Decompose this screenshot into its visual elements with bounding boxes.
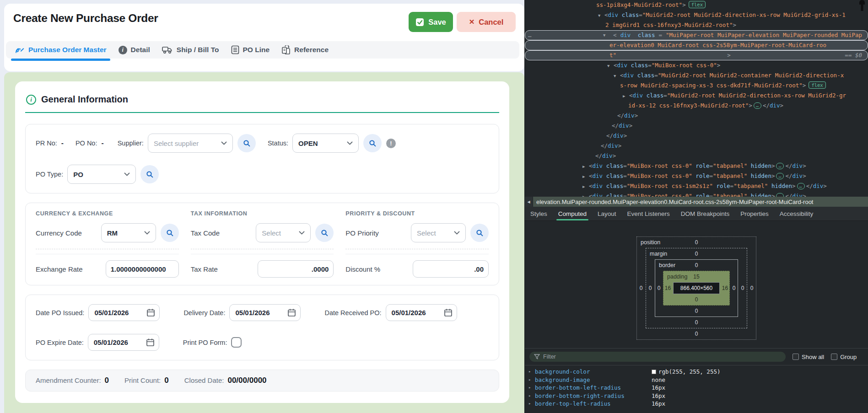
search-icon: [166, 229, 174, 237]
print-count-value: 0: [164, 376, 168, 385]
tree-line[interactable]: <div class="MuiGrid2-root MuiGrid2-direc…: [525, 91, 868, 101]
tree-line[interactable]: <div class="MuiBox-root css-0" role="tab…: [525, 191, 868, 197]
show-all-label: Show all: [802, 354, 824, 360]
chevron-down-icon: [347, 141, 353, 145]
tree-line[interactable]: <div class="MuiGrid2-root MuiGrid2-conta…: [525, 70, 868, 80]
expand-button[interactable]: [776, 173, 784, 179]
delivery-date-input[interactable]: 05/01/2026: [229, 304, 301, 321]
search-icon: [320, 229, 329, 237]
date-value: 05/01/2026: [235, 309, 270, 316]
po-expire-date-input[interactable]: 05/01/2026: [88, 334, 159, 351]
box-model-margin[interactable]: margin0 0 border0 0 padding15: [646, 248, 747, 328]
supplier-label: Supplier:: [118, 139, 144, 147]
tree-line[interactable]: t"> == $0: [525, 50, 868, 60]
property-row[interactable]: border-bottom-left-radius 16px: [525, 384, 868, 392]
property-row[interactable]: background-color rgb(255, 255, 255): [525, 368, 868, 376]
discount-input[interactable]: .00: [413, 260, 489, 278]
tab-accessibility[interactable]: Accessibility: [774, 207, 819, 220]
form-body-panel: General Information PR No: - PO No: - Su…: [4, 72, 524, 413]
property-row[interactable]: background-image none: [525, 376, 868, 384]
flex-badge[interactable]: flex: [809, 81, 825, 89]
box-model-border[interactable]: border0 0 padding15 16 866.400×560 16: [655, 259, 738, 317]
tree-line[interactable]: </div>: [525, 131, 868, 141]
tax-rate-input[interactable]: .0000: [258, 260, 334, 278]
property-row[interactable]: border-top-left-radius 16px: [525, 400, 868, 408]
tree-line[interactable]: <div class="MuiBox-root css-1sm2s1z" rol…: [525, 181, 868, 191]
expand-button[interactable]: [776, 163, 784, 169]
date-value: 05/01/2026: [392, 309, 426, 316]
tab-ship-bill-to[interactable]: Ship / Bill To: [156, 41, 225, 59]
tree-line[interactable]: </div>: [525, 151, 868, 161]
filter-input[interactable]: Filter: [529, 352, 786, 362]
tree-line[interactable]: s-row MuiGrid2-spacing-xs-3 css-dkd71f-M…: [525, 80, 868, 91]
status-select[interactable]: OPEN: [292, 134, 359, 153]
expand-button[interactable]: [797, 183, 805, 189]
tree-line[interactable]: </div>: [525, 111, 868, 121]
po-priority-select[interactable]: Select: [411, 223, 466, 242]
po-type-select[interactable]: PO: [67, 165, 136, 184]
tree-line[interactable]: id-xs-12 css-16fnxy3-MuiGrid2-root"></di…: [525, 101, 868, 111]
tab-dom-breakpoints[interactable]: DOM Breakpoints: [675, 207, 735, 220]
tab-po-line[interactable]: PO Line: [225, 41, 276, 59]
general-information-card: General Information PR No: - PO No: - Su…: [15, 81, 509, 403]
tab-purchase-order-master[interactable]: Purchase Order Master: [9, 41, 113, 59]
flex-badge[interactable]: flex: [689, 1, 706, 8]
calendar-icon: [146, 308, 155, 317]
tab-detail[interactable]: Detail: [113, 41, 156, 59]
expand-button[interactable]: [776, 193, 784, 197]
supplier-select[interactable]: Select supplier: [148, 134, 233, 153]
elements-tree: ss-1pi8xg4-MuiGrid2-root">flex<div class…: [525, 0, 868, 197]
currency-code-select[interactable]: RM: [101, 223, 156, 242]
show-all-checkbox[interactable]: Show all: [793, 354, 824, 360]
supplier-search-button[interactable]: [237, 134, 256, 152]
tree-line[interactable]: 2 imgGird1 css-16fnxy3-MuiGrid2-root">: [525, 20, 868, 30]
group-checkbox[interactable]: Group: [831, 354, 857, 360]
status-search-button[interactable]: [363, 134, 382, 152]
tree-line[interactable]: <div class="MuiBox-root css-0">: [525, 60, 868, 70]
tab-computed[interactable]: Computed: [553, 207, 592, 220]
tab-properties[interactable]: Properties: [735, 207, 774, 220]
tree-line[interactable]: <div class="MuiBox-root css-0" role="tab…: [525, 171, 868, 181]
calendar-icon: [287, 308, 296, 317]
tree-line[interactable]: </div>: [525, 121, 868, 131]
identifiers-box: PR No: - PO No: - Supplier: Select suppl…: [25, 124, 499, 193]
tree-line[interactable]: <div class="MuiBox-root css-0" role="tab…: [525, 161, 868, 171]
po-type-label: PO Type:: [36, 171, 63, 178]
tree-line[interactable]: ss-1pi8xg4-MuiGrid2-root">flex: [525, 0, 868, 10]
expand-button[interactable]: [754, 102, 761, 109]
box-model-padding[interactable]: padding15 16 866.400×560 16 0: [663, 271, 730, 306]
page-title: Create New Purchase Order: [13, 12, 158, 25]
save-button[interactable]: Save: [409, 12, 453, 32]
chevron-down-icon: [124, 172, 130, 176]
tax-code-search-button[interactable]: [315, 224, 334, 242]
tab-styles[interactable]: Styles: [525, 207, 553, 220]
cancel-button[interactable]: Cancel: [457, 12, 516, 32]
exchange-rate-input[interactable]: 1.0000000000000: [106, 260, 179, 278]
date-received-po-input[interactable]: 05/01/2026: [386, 304, 457, 321]
tax-code-select[interactable]: Select: [256, 223, 311, 242]
breadcrumb-back-button[interactable]: [525, 197, 533, 207]
tab-layout[interactable]: Layout: [592, 207, 622, 220]
chevron-right-icon: [528, 376, 535, 384]
tree-line[interactable]: <div class="MuiGrid2-root MuiGrid2-direc…: [525, 10, 868, 20]
warning-icon: [386, 139, 396, 148]
box-model-position[interactable]: position0 0 margin0 0 border0 0: [636, 236, 756, 340]
currency-search-button[interactable]: [161, 224, 179, 242]
tab-event-listeners[interactable]: Event Listeners: [622, 207, 675, 220]
breadcrumb[interactable]: elevation.MuiPaper-rounded.MuiPaper-elev…: [533, 198, 813, 205]
po-type-search-button[interactable]: [140, 165, 159, 183]
date-po-issued-input[interactable]: 05/01/2026: [88, 304, 160, 321]
po-priority-search-button[interactable]: [470, 224, 489, 242]
box-model-content[interactable]: 866.400×560: [673, 282, 720, 294]
print-po-form-checkbox[interactable]: [231, 337, 242, 348]
tab-reference[interactable]: Reference: [275, 41, 334, 59]
tree-line[interactable]: </div>: [525, 141, 868, 151]
exchange-rate-label: Exchange Rate: [36, 265, 106, 273]
tree-line[interactable]: <div class="MuiPaper-root MuiPaper-eleva…: [525, 30, 868, 40]
more-actions-gutter[interactable]: [528, 30, 532, 40]
tree-line[interactable]: er-elevation0 MuiCard-root css-2s58ym-Mu…: [525, 40, 868, 50]
tax-code-placeholder: Select: [262, 229, 281, 237]
chevron-down-icon: [454, 231, 460, 235]
property-row[interactable]: border-bottom-right-radius 16px: [525, 392, 868, 400]
chevron-right-icon: [528, 392, 535, 400]
